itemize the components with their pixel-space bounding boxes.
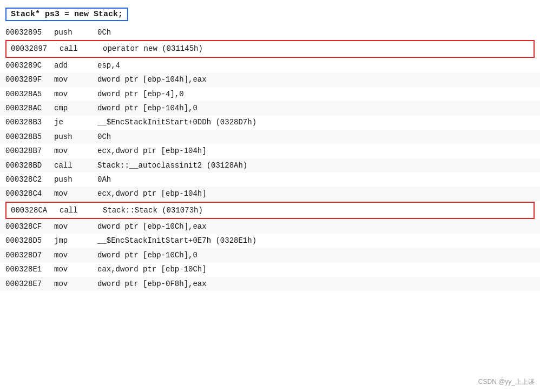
operand-cell: ecx,dword ptr [ebp-104h] [97,145,535,157]
address-cell: 000328AC [5,102,54,114]
watermark: CSDN @yy_上上谋 [478,377,535,387]
mnemonic-cell: mov [54,145,97,157]
table-row: 000328B7movecx,dword ptr [ebp-104h] [0,144,540,158]
operand-cell: dword ptr [ebp-0F8h],eax [97,278,535,290]
mnemonic-cell: push [54,174,97,185]
address-cell: 000328A5 [5,88,54,100]
mnemonic-cell: mov [54,249,97,261]
table-row: 000328D5jmp__$EncStackInitStart+0E7h (03… [0,234,540,248]
mnemonic-cell: push [54,131,97,143]
operand-cell: dword ptr [ebp-10Ch],eax [97,221,535,232]
table-row: 00032897calloperator new (031145h) [6,42,534,55]
operand-cell: 0Ch [97,26,535,38]
operand-cell: dword ptr [ebp-104h],0 [97,102,535,114]
mnemonic-cell: mov [54,263,97,275]
operand-cell: eax,dword ptr [ebp-10Ch] [97,263,535,275]
table-row: 000328ACcmpdword ptr [ebp-104h],0 [0,101,540,115]
mnemonic-cell: mov [54,188,97,200]
table-row: 000328CFmovdword ptr [ebp-10Ch],eax [0,220,540,234]
mnemonic-cell: cmp [54,102,97,114]
address-cell: 00032897 [11,43,60,55]
mnemonic-cell: call [54,160,97,171]
address-cell: 000328C2 [5,174,54,185]
table-row: 0003289Caddesp,4 [0,58,540,72]
header-code: Stack* ps3 = new Stack; [5,8,128,21]
mnemonic-cell: push [54,26,97,38]
mnemonic-cell: jmp [54,235,97,247]
operand-cell: dword ptr [ebp-10Ch],0 [97,249,535,261]
address-cell: 0003289F [5,74,54,85]
address-cell: 000328B3 [5,116,54,128]
table-row: 000328B3je__$EncStackInitStart+0DDh (032… [0,115,540,129]
table-row: 000328E7movdword ptr [ebp-0F8h],eax [0,277,540,291]
address-cell: 000328E1 [5,263,54,275]
address-cell: 00032895 [5,26,54,38]
mnemonic-cell: je [54,116,97,128]
address-cell: 000328B5 [5,131,54,143]
asm-container: 00032895push0Ch00032897calloperator new … [0,25,540,291]
operand-cell: Stack::__autoclassinit2 (03128Ah) [97,160,535,171]
boxed-row: 00032897calloperator new (031145h) [5,40,535,57]
operand-cell: dword ptr [ebp-4],0 [97,88,535,100]
table-row: 000328A5movdword ptr [ebp-4],0 [0,87,540,101]
address-cell: 000328CF [5,221,54,232]
boxed-row: 000328CAcallStack::Stack (031073h) [5,202,535,219]
mnemonic-cell: mov [54,74,97,85]
main-container: Stack* ps3 = new Stack; 00032895push0Ch0… [0,0,540,392]
table-row: 00032895push0Ch [0,25,540,39]
operand-cell: 0Ch [97,131,535,143]
address-cell: 000328C4 [5,188,54,200]
mnemonic-cell: mov [54,88,97,100]
table-row: 000328E1moveax,dword ptr [ebp-10Ch] [0,262,540,276]
operand-cell: operator new (031145h) [103,43,529,55]
mnemonic-cell: add [54,59,97,71]
table-row: 000328BDcallStack::__autoclassinit2 (031… [0,158,540,172]
table-row: 000328B5push0Ch [0,130,540,144]
address-cell: 000328BD [5,160,54,171]
mnemonic-cell: mov [54,221,97,232]
address-cell: 000328E7 [5,278,54,290]
operand-cell: Stack::Stack (031073h) [103,204,529,216]
operand-cell: dword ptr [ebp-104h],eax [97,74,535,85]
table-row: 000328D7movdword ptr [ebp-10Ch],0 [0,248,540,262]
table-row: 000328CAcallStack::Stack (031073h) [6,204,534,217]
operand-cell: ecx,dword ptr [ebp-104h] [97,188,535,200]
table-row: 000328C2push0Ah [0,172,540,187]
table-row: 0003289Fmovdword ptr [ebp-104h],eax [0,72,540,87]
address-cell: 000328B7 [5,145,54,157]
address-cell: 0003289C [5,59,54,71]
address-cell: 000328D5 [5,235,54,247]
header-line: Stack* ps3 = new Stack; [0,5,540,23]
address-cell: 000328D7 [5,249,54,261]
operand-cell: __$EncStackInitStart+0DDh (0328D7h) [97,116,535,128]
mnemonic-cell: mov [54,278,97,290]
operand-cell: esp,4 [97,59,535,71]
table-row: 000328C4movecx,dword ptr [ebp-104h] [0,187,540,201]
operand-cell: __$EncStackInitStart+0E7h (0328E1h) [97,235,535,247]
address-cell: 000328CA [11,204,60,216]
mnemonic-cell: call [60,43,103,55]
operand-cell: 0Ah [97,174,535,185]
mnemonic-cell: call [60,204,103,216]
